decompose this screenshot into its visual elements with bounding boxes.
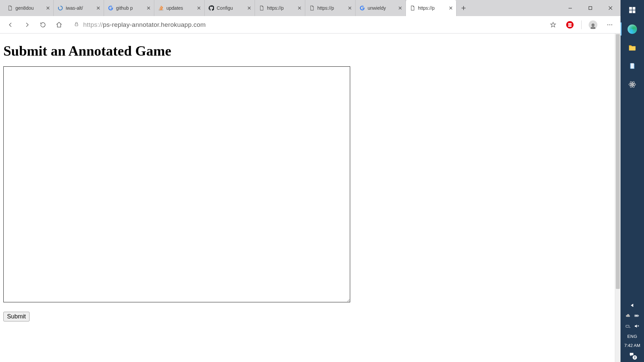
toolbar-right [546, 17, 617, 32]
tab-close-button[interactable] [347, 5, 353, 11]
tab-title: gen8dou [15, 5, 43, 11]
submit-button[interactable]: Submit [3, 312, 30, 321]
ublock-extension-button[interactable] [562, 17, 577, 32]
favorite-button[interactable] [546, 17, 560, 32]
lock-icon [74, 21, 79, 28]
tab-close-button[interactable] [196, 5, 202, 11]
svg-rect-1 [589, 7, 592, 10]
submit-row: Submit [3, 312, 617, 321]
windows-taskbar: ENG 7:42 AM 2 [621, 0, 644, 362]
tab-title: https://p [418, 5, 445, 11]
tab-favicon-icon [209, 5, 214, 11]
refresh-button[interactable] [36, 17, 50, 32]
profile-avatar-icon [589, 20, 597, 29]
browser-tab[interactable]: iwas-alt/ [54, 0, 104, 16]
browser-tab[interactable]: gen8dou [3, 0, 54, 16]
tab-favicon-icon [360, 5, 365, 11]
tab-close-button[interactable] [297, 5, 302, 11]
tab-close-button[interactable] [146, 5, 151, 11]
svg-rect-2 [75, 24, 78, 26]
tab-favicon-icon [108, 5, 113, 11]
address-bar[interactable]: https://ps-replay-annotator.herokuapp.co… [70, 18, 542, 32]
svg-rect-18 [626, 325, 629, 327]
new-tab-button[interactable] [456, 0, 471, 16]
window-controls [560, 0, 621, 16]
volume-muted-icon[interactable] [634, 323, 639, 330]
tab-title: Configu [217, 5, 244, 11]
onedrive-icon[interactable] [625, 313, 631, 319]
tab-close-button[interactable] [448, 5, 453, 11]
svg-rect-10 [633, 10, 635, 13]
page-body: Submit an Annotated Game Submit [0, 34, 621, 325]
svg-rect-7 [629, 7, 632, 9]
taskbar-file-explorer-button[interactable] [621, 38, 644, 57]
settings-more-button[interactable] [602, 17, 617, 32]
start-button[interactable] [621, 0, 644, 20]
home-button[interactable] [52, 17, 66, 32]
svg-rect-0 [160, 9, 162, 10]
svg-point-4 [607, 24, 608, 25]
svg-rect-17 [635, 315, 638, 316]
tab-title: github p [116, 5, 143, 11]
browser-tab[interactable]: https://p [406, 0, 456, 16]
window-minimize-button[interactable] [560, 0, 580, 16]
taskbar-edge-button[interactable] [621, 20, 644, 38]
svg-rect-9 [629, 10, 632, 13]
browser-toolbar: https://ps-replay-annotator.herokuapp.co… [0, 16, 621, 34]
tab-strip: gen8douiwas-alt/github pupdatesConfiguht… [0, 0, 621, 16]
tab-title: unwieldy [368, 5, 395, 11]
window-close-button[interactable] [600, 0, 621, 16]
tab-close-button[interactable] [45, 5, 51, 11]
url-scheme: https:// [83, 21, 103, 28]
page-heading: Submit an Annotated Game [3, 43, 617, 59]
scrollbar-thumb[interactable] [616, 34, 620, 289]
tab-title: iwas-alt/ [66, 5, 93, 11]
action-center-button[interactable]: 2 [629, 352, 636, 359]
browser-tab[interactable]: unwieldy [356, 0, 406, 16]
taskbar-notes-button[interactable] [621, 57, 644, 75]
tab-title: https://p [267, 5, 294, 11]
taskbar-app-button[interactable] [621, 75, 644, 94]
svg-point-11 [632, 84, 633, 85]
annotation-textarea[interactable] [3, 66, 350, 302]
browser-tab[interactable]: https://p [305, 0, 356, 16]
browser-window: gen8douiwas-alt/github pupdatesConfiguht… [0, 0, 621, 362]
browser-tab[interactable]: github p [104, 0, 154, 16]
toolbar-divider [581, 20, 582, 29]
tray-overflow-button[interactable] [630, 303, 635, 309]
tab-favicon-icon [410, 5, 415, 11]
back-button[interactable] [3, 17, 18, 32]
window-maximize-button[interactable] [580, 0, 600, 16]
tab-favicon-icon [309, 5, 315, 11]
svg-rect-8 [633, 7, 635, 9]
tab-close-button[interactable] [96, 5, 101, 11]
system-tray: ENG 7:42 AM 2 [621, 303, 644, 362]
tab-title: updates [166, 5, 194, 11]
svg-point-3 [592, 24, 594, 26]
url-text: https://ps-replay-annotator.herokuapp.co… [83, 21, 206, 28]
notification-badge: 2 [633, 355, 637, 360]
browser-tab[interactable]: updates [154, 0, 205, 16]
svg-rect-16 [638, 315, 639, 316]
tab-favicon-icon [58, 5, 63, 11]
vertical-scrollbar[interactable] [615, 34, 621, 362]
browser-tab[interactable]: https://p [255, 0, 305, 16]
tray-language[interactable]: ENG [627, 334, 637, 339]
tab-favicon-icon [158, 5, 164, 11]
tab-favicon-icon [259, 5, 264, 11]
profile-button[interactable] [586, 17, 600, 32]
forward-button[interactable] [19, 17, 34, 32]
tab-title: https://p [317, 5, 344, 11]
svg-point-6 [611, 24, 612, 25]
browser-tab[interactable]: Configu [205, 0, 255, 16]
battery-icon[interactable] [634, 313, 639, 319]
svg-point-5 [609, 24, 610, 25]
tab-close-button[interactable] [247, 5, 252, 11]
page-viewport[interactable]: Submit an Annotated Game Submit [0, 34, 621, 362]
ublock-icon [566, 21, 574, 28]
network-icon[interactable] [625, 323, 631, 330]
tray-clock[interactable]: 7:42 AM [624, 343, 640, 348]
edge-icon [628, 24, 637, 34]
tab-close-button[interactable] [397, 5, 403, 11]
url-path: ps-replay-annotator.herokuapp.com [103, 21, 206, 28]
